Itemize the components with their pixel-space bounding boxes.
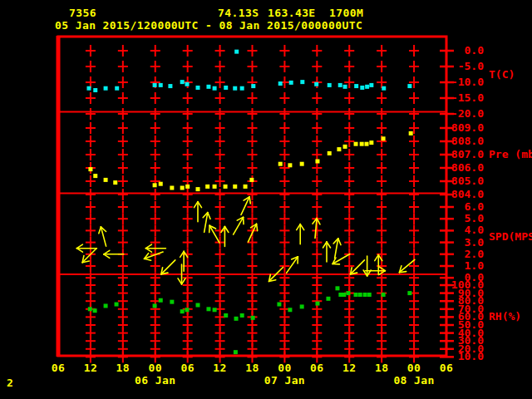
pressure-point xyxy=(233,185,237,189)
wind-arrow xyxy=(238,195,253,217)
wind-arrow xyxy=(297,224,304,244)
temperature-point xyxy=(86,86,91,91)
wind-arrow xyxy=(283,254,301,275)
ytick-label: 4.0 xyxy=(465,224,485,236)
ytick-label: 805.0 xyxy=(451,175,484,187)
ytick-label: 806.0 xyxy=(451,161,484,174)
pressure-point xyxy=(369,140,373,145)
humidity-point xyxy=(170,300,174,304)
humidity-point xyxy=(88,307,92,311)
temperature-point xyxy=(115,86,119,91)
wind-arrow xyxy=(221,227,229,247)
humidity-point xyxy=(407,291,411,295)
humidity-point xyxy=(180,309,185,313)
pressure-point xyxy=(365,142,369,146)
xtick-label: 12 xyxy=(84,362,97,374)
humidity-point xyxy=(382,293,386,297)
page-number: 2 xyxy=(7,377,13,389)
pressure-point xyxy=(249,178,254,182)
humidity-point xyxy=(93,308,97,313)
pressure-point xyxy=(195,187,200,191)
temperature-point xyxy=(407,84,411,88)
temperature-point xyxy=(354,84,358,88)
pressure-point xyxy=(93,174,97,178)
wind-arrow xyxy=(363,256,371,276)
temperature-point xyxy=(251,84,255,88)
humidity-point xyxy=(224,313,228,318)
humidity-point xyxy=(288,308,292,312)
wind-arrow xyxy=(104,250,124,258)
humidity-point xyxy=(335,286,339,290)
humidity-point xyxy=(185,308,190,312)
wind-arrow xyxy=(230,215,247,236)
pressure-point xyxy=(213,185,217,189)
humidity-point xyxy=(115,303,119,307)
temperature-point xyxy=(240,86,244,91)
humidity-point xyxy=(342,293,346,297)
xtick-label: 00 xyxy=(407,362,421,374)
humidity-point xyxy=(354,293,358,297)
pressure-point xyxy=(328,151,332,155)
humidity-point xyxy=(240,313,244,318)
wind-arrow xyxy=(143,249,165,263)
wind-arrow xyxy=(312,218,321,239)
temperature-point xyxy=(153,83,157,87)
ytick-label: 808.0 xyxy=(451,135,484,147)
humidity-point xyxy=(206,307,210,311)
day-label: 06 Jan xyxy=(135,374,175,387)
humidity-point xyxy=(315,302,319,306)
temperature-point xyxy=(314,82,318,86)
ytick-label: -15.0 xyxy=(451,91,484,104)
pressure-point xyxy=(315,160,319,164)
ytick-label: 807.0 xyxy=(451,148,484,160)
temperature-point xyxy=(328,83,332,87)
pressure-point xyxy=(288,163,292,167)
humidity-point xyxy=(213,308,217,312)
ytick-label: 809.0 xyxy=(451,121,484,134)
temperature-point xyxy=(180,80,185,84)
temperature-point xyxy=(234,50,239,54)
humidity-point xyxy=(195,303,200,308)
temperature-point xyxy=(360,86,364,90)
pressure-point xyxy=(170,186,174,190)
temperature-point xyxy=(300,80,304,84)
humidity-point xyxy=(251,316,255,320)
humidity-point xyxy=(367,293,372,297)
temperature-point xyxy=(168,84,172,88)
temperature-point xyxy=(382,86,386,91)
wind-arrow xyxy=(331,238,342,259)
humidity-point xyxy=(300,304,304,308)
wind-arrow xyxy=(194,202,201,222)
pressure-point xyxy=(159,182,163,186)
humidity-point xyxy=(234,350,238,354)
ytick-label: 804.0 xyxy=(451,188,484,200)
ytick-label: 2.0 xyxy=(465,248,485,260)
humidity-point xyxy=(363,293,367,297)
xtick-label: 18 xyxy=(116,362,130,374)
ytick-label: 1.0 xyxy=(465,259,485,272)
time-series-chart: 0.0-5.0-10.0-15.0-20.0T(C)809.0808.0807.… xyxy=(0,0,532,399)
pressure-point xyxy=(300,162,304,166)
xtick-label: 06 xyxy=(180,362,194,374)
xtick-label: 18 xyxy=(245,362,259,374)
temperature-point xyxy=(195,86,200,90)
xtick-label: 06 xyxy=(440,362,453,374)
pressure-point xyxy=(153,183,157,187)
humidity-point xyxy=(104,303,108,308)
yaxis-unit-label: SPD(MPS) xyxy=(489,230,532,243)
ytick-label: -20.0 xyxy=(451,107,484,120)
pressure-point xyxy=(104,178,108,182)
xtick-label: 00 xyxy=(149,362,162,374)
day-label: 08 Jan xyxy=(393,374,434,387)
xtick-label: 06 xyxy=(310,362,323,374)
day-label: 07 Jan xyxy=(264,374,305,387)
pressure-point xyxy=(409,131,413,135)
pressure-point xyxy=(224,185,228,189)
pressure-point xyxy=(244,185,248,189)
temperature-point xyxy=(224,86,228,90)
wind-arrow xyxy=(323,242,331,262)
xtick-label: 12 xyxy=(213,362,226,374)
pressure-point xyxy=(337,147,341,151)
humidity-point xyxy=(358,293,362,297)
temperature-point xyxy=(213,86,217,91)
